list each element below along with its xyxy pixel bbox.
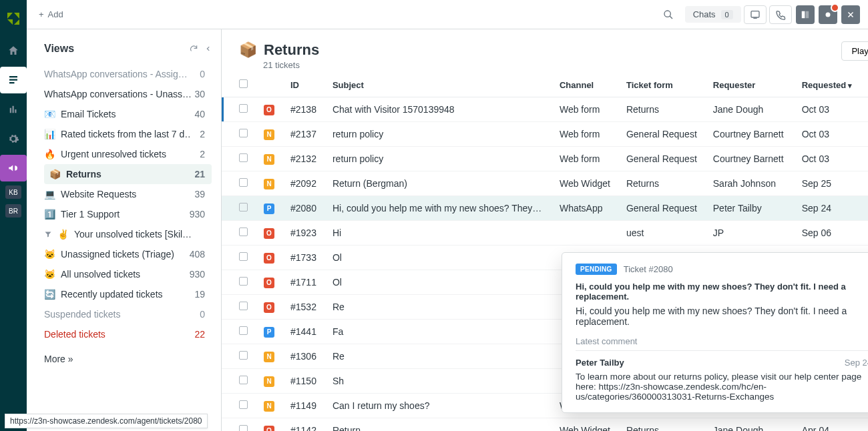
- status-icon: O: [264, 426, 274, 431]
- view-item[interactable]: WhatsApp conversations - Unass…30: [44, 84, 212, 104]
- col-requester[interactable]: Requester: [705, 73, 794, 97]
- views-more[interactable]: More »: [44, 354, 212, 364]
- row-checkbox[interactable]: [239, 153, 248, 162]
- row-checkbox[interactable]: [239, 277, 248, 286]
- view-item[interactable]: 🔥Urgent unresolved tickets2: [44, 144, 212, 164]
- status-icon: O: [264, 105, 274, 115]
- table-row[interactable]: N#2092Return (Bergman)Web WidgetReturnsS…: [222, 171, 868, 196]
- rail-kb[interactable]: KB: [5, 185, 21, 199]
- view-item[interactable]: 🔄Recently updated tickets19: [44, 284, 212, 304]
- row-checkbox[interactable]: [239, 252, 248, 261]
- status-icon: P: [264, 327, 274, 338]
- row-checkbox[interactable]: [239, 376, 248, 384]
- rail-home[interactable]: [0, 37, 27, 64]
- svg-point-0: [664, 11, 670, 17]
- add-button[interactable]: + Add: [35, 7, 67, 22]
- chats-button[interactable]: Chats 0: [685, 6, 741, 23]
- select-all-checkbox[interactable]: [239, 79, 248, 88]
- status-icon: N: [264, 154, 274, 165]
- cell-subject: Ol: [324, 246, 552, 270]
- view-item[interactable]: WhatsApp conversations - Assig…0: [44, 64, 212, 84]
- table-row[interactable]: N#2132return policyWeb formGeneral Reque…: [222, 147, 868, 171]
- row-checkbox[interactable]: [239, 400, 248, 409]
- divider: [576, 350, 868, 351]
- view-label: Rated tickets from the last 7 d…: [61, 129, 191, 139]
- view-count: 39: [194, 189, 205, 199]
- cell-requested: Oct 03: [794, 122, 861, 147]
- view-item[interactable]: 🐱Unassigned tickets (Triage)408: [44, 244, 212, 264]
- view-count: 30: [194, 89, 205, 99]
- row-checkbox[interactable]: [239, 425, 248, 431]
- row-checkbox[interactable]: [239, 326, 248, 335]
- rail-reports[interactable]: [0, 96, 27, 123]
- search-icon[interactable]: [657, 5, 680, 24]
- ticket-preview-popover: PENDING Ticket #2080 Hi, could you help …: [562, 252, 868, 413]
- cell-channel: Web form: [552, 147, 618, 171]
- table-row[interactable]: O#1923HiuestJPSep 06Daniel Ru: [222, 221, 868, 246]
- table-row[interactable]: O#1142ReturnWeb WidgetReturnsJane DoughA…: [222, 418, 868, 432]
- content-area: 📦 Returns 21 tickets Play: [222, 29, 868, 431]
- view-item[interactable]: ✌️Your unsolved tickets [Skil…: [44, 224, 212, 244]
- view-item[interactable]: Suspended tickets0: [44, 304, 212, 324]
- cell-channel: Web form: [552, 97, 618, 122]
- view-item[interactable]: 📊Rated tickets from the last 7 d…2: [44, 124, 212, 144]
- view-emoji: 📦: [49, 169, 61, 179]
- cell-requester: Jane Dough: [705, 418, 794, 432]
- collapse-icon[interactable]: [205, 44, 212, 53]
- cell-requested: Sep 25: [794, 171, 861, 196]
- col-id[interactable]: ID: [282, 73, 324, 97]
- view-item[interactable]: 📧Email Tickets40: [44, 104, 212, 124]
- refresh-icon[interactable]: [189, 44, 198, 53]
- notifications-icon[interactable]: [819, 5, 837, 24]
- rail-views[interactable]: [0, 67, 27, 93]
- view-count: 2: [200, 149, 205, 159]
- view-item[interactable]: 🐱All unsolved tickets930: [44, 264, 212, 284]
- popover-body: Hi, could you help me with my new shoes?…: [576, 306, 868, 327]
- rail-settings[interactable]: [0, 125, 27, 152]
- cell-form: Returns: [618, 418, 705, 432]
- col-channel[interactable]: Channel: [552, 73, 618, 97]
- status-icon: N: [264, 401, 274, 412]
- row-checkbox[interactable]: [239, 203, 248, 211]
- rail-br[interactable]: BR: [5, 204, 21, 218]
- view-label: Urgent unresolved tickets: [61, 149, 166, 159]
- svg-point-4: [825, 12, 830, 17]
- row-checkbox[interactable]: [239, 178, 248, 187]
- comment-date: Sep 24: [845, 358, 868, 368]
- cell-subject: Return: [324, 418, 552, 432]
- table-row[interactable]: N#2137return policyWeb formGeneral Reque…: [222, 122, 868, 147]
- view-count: 930: [190, 209, 205, 220]
- row-checkbox[interactable]: [239, 351, 248, 360]
- view-item[interactable]: 1️⃣Tier 1 Support930: [44, 204, 212, 224]
- table-row[interactable]: O#2138Chat with Visitor 1570139948Web fo…: [222, 97, 868, 122]
- view-item[interactable]: 📦Returns21: [44, 164, 212, 184]
- status-url-tooltip: https://z3n-showcase.zendesk.com/agent/t…: [5, 414, 208, 428]
- cell-id: #1306: [282, 344, 324, 369]
- view-item[interactable]: 💻Website Requests39: [44, 184, 212, 204]
- cell-assignee: Daniel Ru: [860, 221, 868, 246]
- row-checkbox[interactable]: [239, 228, 248, 236]
- view-label: Website Requests: [61, 189, 136, 199]
- play-button[interactable]: Play: [841, 41, 868, 61]
- cell-id: #1532: [282, 295, 324, 320]
- col-subject[interactable]: Subject: [324, 73, 552, 97]
- view-label: Deleted tickets: [44, 329, 105, 340]
- cell-id: #1142: [282, 418, 324, 432]
- panel-icon[interactable]: [796, 5, 815, 24]
- conversations-icon[interactable]: [744, 5, 767, 24]
- row-checkbox[interactable]: [239, 104, 248, 113]
- col-assignee[interactable]: Assignee: [860, 73, 868, 97]
- table-row[interactable]: P#2080Hi, could you help me with my new …: [222, 196, 868, 221]
- cell-channel: Web Widget: [552, 171, 618, 196]
- close-app-icon[interactable]: [841, 5, 860, 24]
- phone-icon[interactable]: [769, 5, 792, 24]
- apps-grid-icon[interactable]: [864, 5, 868, 24]
- view-item[interactable]: Deleted tickets22: [44, 324, 212, 344]
- col-requested[interactable]: Requested: [794, 73, 861, 97]
- rail-megaphone[interactable]: [0, 155, 27, 181]
- col-form[interactable]: Ticket form: [618, 73, 705, 97]
- row-checkbox[interactable]: [239, 129, 248, 137]
- cell-form: Returns: [618, 97, 705, 122]
- view-emoji: 🐱: [44, 249, 55, 260]
- row-checkbox[interactable]: [239, 302, 248, 310]
